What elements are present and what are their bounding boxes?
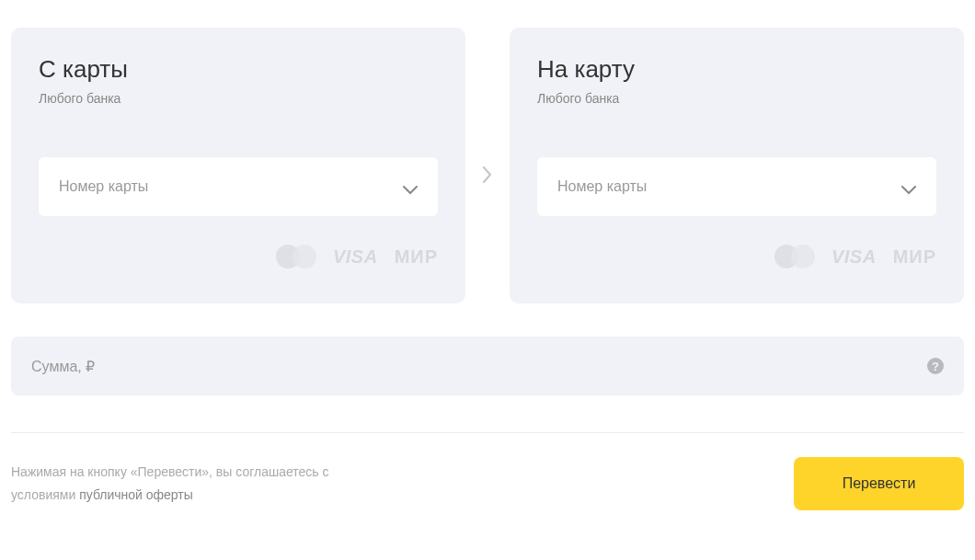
from-card-panel: С карты Любого банка Номер карты VISA МИ… xyxy=(11,28,465,303)
from-card-number-select[interactable]: Номер карты xyxy=(39,157,438,216)
payment-logos: VISA МИР xyxy=(537,244,936,269)
to-card-panel: На карту Любого банка Номер карты VISA М… xyxy=(510,28,964,303)
mastercard-icon xyxy=(276,244,316,269)
amount-placeholder: Сумма, ₽ xyxy=(31,358,95,375)
to-card-title: На карту xyxy=(537,55,936,84)
divider xyxy=(11,432,964,433)
mir-icon: МИР xyxy=(395,246,438,268)
chevron-down-icon xyxy=(901,182,916,191)
to-card-number-placeholder: Номер карты xyxy=(557,178,647,195)
public-offer-link[interactable]: публичной оферты xyxy=(79,487,193,502)
visa-icon: VISA xyxy=(333,246,378,268)
disclaimer-text: Нажимая на кнопку «Перевести», вы соглаш… xyxy=(11,461,379,507)
mir-icon: МИР xyxy=(893,246,936,268)
mastercard-icon xyxy=(774,244,815,269)
to-card-subtitle: Любого банка xyxy=(537,91,936,106)
from-card-title: С карты xyxy=(39,55,438,84)
to-card-number-select[interactable]: Номер карты xyxy=(537,157,936,216)
amount-input[interactable]: Сумма, ₽ ? xyxy=(11,337,964,395)
from-card-number-placeholder: Номер карты xyxy=(59,178,148,195)
transfer-button[interactable]: Перевести xyxy=(794,457,964,510)
arrow-right-icon xyxy=(465,166,510,183)
chevron-down-icon xyxy=(403,182,418,191)
payment-logos: VISA МИР xyxy=(39,244,438,269)
help-icon[interactable]: ? xyxy=(927,358,944,374)
visa-icon: VISA xyxy=(832,246,877,268)
from-card-subtitle: Любого банка xyxy=(39,91,438,106)
